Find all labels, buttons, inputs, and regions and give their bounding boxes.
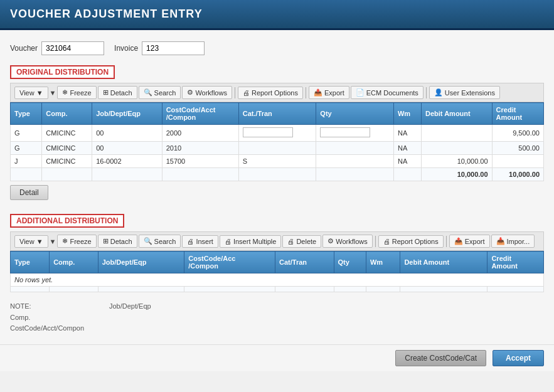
view-chevron-icon: ▼ (36, 89, 43, 97)
add-view-button[interactable]: View ▼ (14, 235, 48, 248)
insert-button[interactable]: 🖨 Insert (182, 235, 218, 248)
additional-distribution-toolbar: View ▼ ▼ ❄ Freeze ⊞ Detach 🔍 Search 🖨 In… (10, 231, 544, 251)
note-job: Job/Dept/Eqp (109, 301, 151, 334)
search-button[interactable]: 🔍 Search (139, 86, 181, 99)
filter-icon[interactable]: ▼ (50, 89, 56, 97)
total-empty-7 (393, 168, 421, 181)
cell-qty (316, 125, 394, 142)
cell-credit: 500.00 (492, 142, 543, 155)
freeze-button[interactable]: ❄ Freeze (57, 86, 96, 99)
col-qty: Qty (316, 103, 394, 125)
add-detach-button[interactable]: ⊞ Detach (98, 235, 137, 248)
insert-label: Insert (196, 238, 213, 245)
detach-label: Detach (110, 89, 132, 97)
cell-costcode: 15700 (162, 155, 238, 168)
freeze-icon: ❄ (62, 88, 68, 97)
page-title: VOUCHER ADJUSTMENT ENTRY (0, 0, 554, 30)
accept-button[interactable]: Accept (493, 350, 544, 366)
view-button[interactable]: View ▼ (14, 87, 48, 99)
report-options-label: Report Options (252, 89, 298, 97)
bottom-bar: Create CostCode/Cat Accept (0, 344, 554, 371)
col-credit: CreditAmount (492, 103, 543, 125)
export-icon: 📤 (314, 88, 322, 97)
insert-multiple-button[interactable]: 🖨 Insert Multiple (220, 235, 281, 248)
add-detach-icon: ⊞ (103, 237, 109, 245)
workflows-label: Workflows (195, 89, 227, 97)
workflows-button[interactable]: ⚙ Workflows (182, 86, 232, 99)
add-report-options-label: Report Options (392, 238, 439, 245)
voucher-field-group: Voucher (10, 41, 104, 55)
note-section: NOTE: Comp. CostCode/Acct/Compon Job/Dep… (10, 297, 544, 338)
total-empty-4 (162, 168, 238, 181)
import-button[interactable]: 📥 Impor... (491, 235, 535, 248)
add-workflows-button[interactable]: ⚙ Workflows (322, 235, 373, 248)
invoice-label: Invoice (114, 44, 138, 53)
cell-type: G (11, 142, 42, 155)
cell-credit (492, 155, 543, 168)
cell-job: 00 (92, 125, 162, 142)
add-view-label: View (19, 238, 35, 245)
ecm-icon: 📄 (356, 88, 365, 97)
user-ext-icon: 👤 (434, 88, 443, 97)
add-col-debit: Debit Amount (400, 252, 487, 273)
add-filter-icon[interactable]: ▼ (50, 238, 56, 245)
separator-2 (306, 87, 306, 98)
cell-cat (238, 125, 316, 142)
voucher-label: Voucher (10, 44, 38, 53)
note-costcode: CostCode/Acct/Compon (10, 324, 84, 332)
cell-job: 16-0002 (92, 155, 162, 168)
freeze-label: Freeze (70, 89, 91, 97)
add-export-button[interactable]: 📤 Export (449, 235, 490, 248)
cell-debit: 10,000.00 (422, 155, 493, 168)
add-freeze-icon: ❄ (62, 237, 68, 245)
report-icon: 🖨 (243, 89, 250, 97)
original-distribution-section: ORIGINAL DISTRIBUTION View ▼ ▼ ❄ Freeze … (10, 60, 544, 204)
cell-debit (422, 125, 493, 142)
add-search-icon: 🔍 (144, 237, 152, 245)
separator-3 (426, 87, 427, 98)
note-comp: Comp. (10, 314, 30, 321)
add-search-button[interactable]: 🔍 Search (139, 235, 181, 248)
cell-credit: 9,500.00 (492, 125, 543, 142)
add-col-wm: Wm (366, 252, 400, 273)
add-detach-label: Detach (110, 238, 132, 245)
add-report-options-button[interactable]: 🖨 Report Options (378, 235, 444, 248)
import-label: Impor... (507, 238, 530, 245)
detach-icon: ⊞ (103, 88, 109, 97)
add-workflows-icon: ⚙ (328, 237, 334, 245)
note-label: NOTE: (10, 302, 31, 310)
cell-comp: CMICINC (42, 142, 92, 155)
voucher-input[interactable] (41, 41, 104, 55)
cell-type: J (11, 155, 42, 168)
total-empty-1 (11, 168, 42, 181)
additional-distribution-header: ADDITIONAL DISTRIBUTION (10, 214, 124, 228)
delete-button[interactable]: 🖨 Delete (282, 235, 321, 248)
invoice-input[interactable] (142, 41, 205, 55)
col-debit: Debit Amount (422, 103, 493, 125)
add-col-qty: Qty (334, 252, 366, 273)
add-col-type: Type (11, 252, 50, 273)
create-costcode-button[interactable]: Create CostCode/Cat (395, 350, 486, 366)
cell-job: 00 (92, 142, 162, 155)
total-empty-6 (316, 168, 394, 181)
user-extensions-button[interactable]: 👤 User Extensions (429, 86, 500, 99)
col-costcode: CostCode/Acct/Compon (162, 103, 238, 125)
table-row: J CMICINC 16-0002 15700 S NA 10,000.00 (11, 155, 544, 168)
ecm-documents-button[interactable]: 📄 ECM Documents (351, 86, 423, 99)
delete-icon: 🖨 (287, 238, 294, 245)
col-job: Job/Dept/Eqp (92, 103, 162, 125)
no-rows-text: No rows yet. (11, 273, 544, 287)
export-button[interactable]: 📤 Export (309, 86, 349, 99)
note-job-label: Job/Dept/Eqp (109, 302, 151, 310)
voucher-row: Voucher Invoice (10, 36, 544, 60)
detail-button[interactable]: Detail (10, 185, 48, 200)
report-options-button[interactable]: 🖨 Report Options (238, 87, 303, 99)
add-report-icon: 🖨 (383, 238, 390, 245)
add-freeze-button[interactable]: ❄ Freeze (57, 235, 96, 248)
export-label: Export (324, 89, 344, 97)
original-distribution-toolbar: View ▼ ▼ ❄ Freeze ⊞ Detach 🔍 Search ⚙ Wo… (10, 83, 544, 102)
detach-button[interactable]: ⊞ Detach (98, 86, 137, 99)
add-freeze-label: Freeze (70, 238, 91, 245)
add-export-icon: 📤 (454, 237, 463, 245)
search-label: Search (154, 89, 176, 97)
